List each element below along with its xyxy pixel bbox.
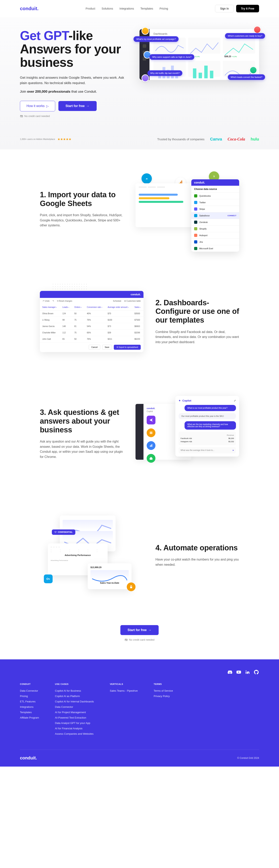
nav-pricing[interactable]: Pricing [159,7,168,10]
footer-link[interactable]: Templates [20,711,39,714]
th[interactable]: Sales [132,304,144,310]
footer-link[interactable]: AI-Powered Text Extraction [55,716,94,719]
svg-rect-18 [150,445,151,447]
hero-visual: Dashboards 452 +4.9% 3.8% +0.4% $38.23 +… [140,29,259,80]
redo-button[interactable]: ↷ [53,300,54,302]
ds-quickbooks[interactable]: Quickbooks [191,192,239,199]
key-icon [44,575,53,583]
th[interactable]: Sales manager [40,304,60,310]
nav-templates[interactable]: Templates [141,7,153,10]
footer-link[interactable]: Data Analyst GPT for your App [55,721,94,724]
footer-link[interactable]: Data Connector [20,689,39,692]
svg-rect-10 [204,66,208,78]
footer-link[interactable]: AI for Project Management [55,711,94,714]
nav-product[interactable]: Product [86,7,95,10]
discord-icon[interactable] [227,669,233,675]
sec1-title: 1. Import your data to Google Sheets [40,190,124,208]
try-free-button[interactable]: Try It Free [236,5,259,12]
expand-icon[interactable]: ⤢ [234,399,236,402]
footer-link[interactable]: Copilot AI for Business [55,689,94,692]
no-credit-card: No credit card needed [20,115,50,118]
reset-button[interactable]: ⟲ Reset changes [57,300,72,302]
nav-solutions[interactable]: Solutions [102,7,113,10]
section-dashboards: 2. Dashboards- Configure or use one of o… [20,269,259,374]
footer-link[interactable]: Privacy Policy [154,695,173,698]
footer-link[interactable]: Sales Teams - Pipedrive [110,689,138,692]
brand-canva: Canva [210,137,222,142]
section-automate: 4. Automate operations Have your co-pilo… [20,494,259,617]
footer-link[interactable]: Copilot AI for Internal Dashboards [55,700,94,703]
chat-input[interactable]: What was the average time it took to... … [179,447,236,453]
table-row: Charlotte Miller1127566%$39$3298 [40,330,144,336]
ds-shopify[interactable]: Shopify [191,225,239,232]
ds-hubspot[interactable]: Hubspot [191,232,239,239]
th[interactable]: Leads [60,304,72,310]
th[interactable]: Average order amount [105,304,132,310]
svg-rect-28 [246,672,247,674]
svg-rect-8 [193,68,196,78]
footer-link[interactable]: Data Connector [55,705,94,708]
header-cta: Sign In Try It Free [215,5,259,12]
ds-excel[interactable]: Microsoft Exel [191,245,239,252]
cancel-button[interactable]: Cancel [89,345,100,350]
footer-heading: TERMS [154,683,173,685]
stars-icon: ★★★★★ [57,137,71,141]
start-free-button[interactable]: Start for free → [58,101,97,111]
table-row: John Gatt655076%$311$6220 [40,336,144,342]
svg-point-29 [246,670,247,671]
footer-link[interactable]: Pricing [20,695,39,698]
customize-button[interactable]: ⚙ Customize table [124,300,141,302]
footer-link[interactable]: AI for Financial Analysis [55,727,94,730]
confidential-badge: 🛡 CONFIDENTIAL [52,529,75,535]
ds-salesforce[interactable]: SalesforceCONNECT [191,212,239,219]
salesforce-icon: ☁ [142,173,152,184]
ds-zendesk[interactable]: Zendesk [191,219,239,225]
hero-title: Get GPT-like Answers for your business [20,29,128,69]
hero-join-text: Join over 200,000 professionals that use… [20,90,128,94]
linkedin-icon[interactable] [245,669,250,675]
table-row: Olivia Brown1245040%$70$3500 [40,310,144,317]
brand-cocacola: Coca-Cola [227,137,245,142]
footer-logo[interactable]: conduit [20,755,37,761]
section-ask: 3. Ask questions & get answers about you… [20,374,259,494]
footer-link[interactable]: Copilot AI as Platform [55,695,94,698]
site-header: conduit Product Solutions Integrations T… [0,0,279,17]
svg-point-21 [46,578,48,580]
th[interactable]: Orders [72,304,85,310]
footer-link[interactable]: Affiliate Program [20,716,39,719]
ds-jira[interactable]: Jira [191,239,239,245]
card-icon [125,638,128,642]
hero-subtitle: Get insights and answers inside Google S… [20,75,128,86]
svg-rect-17 [152,432,152,434]
footer-link[interactable]: Integrations [20,705,39,708]
send-icon[interactable]: ➤ [232,449,234,451]
footer-heading: CONDUIT [20,683,39,685]
save-button[interactable]: Save [102,345,112,350]
send-icon [147,416,155,425]
chat-bubble: Why did traffic dip last month? [148,70,182,76]
signin-button[interactable]: Sign In [215,5,234,12]
github-icon[interactable] [253,669,259,675]
footer-link[interactable]: ETL Features [20,700,39,703]
brand-hulu: hulu [251,137,259,142]
youtube-icon[interactable] [236,669,242,675]
svg-rect-9 [199,73,202,78]
card-icon [20,115,23,118]
table-row: James Garcia1488154%$73$6663 [40,323,144,330]
nav-integrations[interactable]: Integrations [119,7,134,10]
trusted-label: Trusted by thousands of companies [157,137,205,141]
how-it-works-button[interactable]: How it works ▷ [20,101,55,112]
start-free-button[interactable]: Start for free → [120,625,159,635]
footer-link[interactable]: Terms of Service [154,689,173,692]
spreadsheet-preview [135,183,198,227]
ds-stripe[interactable]: Stripe [191,206,239,212]
export-button[interactable]: ⬆ Export to spreadsheet [114,345,141,350]
logo[interactable]: conduit [20,6,38,11]
undo-button[interactable]: ↶ Undo [43,300,50,302]
schedule-button[interactable]: Schedule [113,300,121,302]
ds-twitter[interactable]: Twitter [191,199,239,206]
footer-link[interactable]: Assess Companies and Websites [55,732,94,735]
th[interactable]: Conversion rate [85,304,105,310]
chart-icon [147,441,155,450]
sec1-body: Point, click, and import from Shopify, S… [40,213,124,228]
